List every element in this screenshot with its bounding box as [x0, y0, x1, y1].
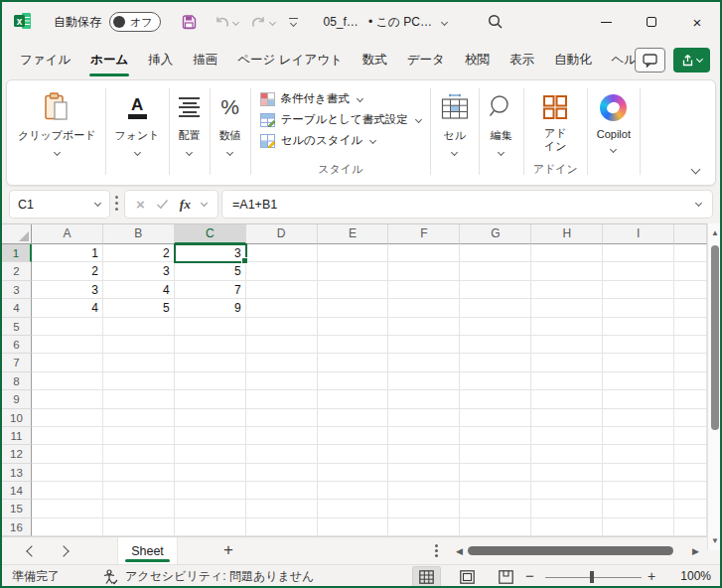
ribbon-group-addins[interactable]: アド イン アドイン — [524, 80, 587, 185]
cell-B6[interactable] — [103, 336, 175, 354]
cell-A1[interactable]: 1 — [32, 244, 103, 262]
cell-I8[interactable] — [603, 372, 674, 390]
cell-D13[interactable] — [246, 464, 318, 482]
fx-dropdown-icon[interactable] — [201, 200, 208, 207]
vertical-scrollbar-thumb[interactable] — [711, 245, 719, 430]
cell-H1[interactable] — [531, 244, 603, 262]
cell-A4[interactable]: 4 — [32, 299, 103, 317]
cell-C1[interactable]: 3 — [175, 244, 246, 262]
cell-B4[interactable]: 5 — [103, 299, 175, 317]
cell-F12[interactable] — [388, 445, 460, 463]
cell-C16[interactable] — [175, 518, 246, 536]
cell-G5[interactable] — [460, 318, 531, 336]
row-header-2[interactable]: 2 — [2, 262, 32, 280]
cell-H16[interactable] — [531, 518, 603, 536]
zoom-slider-handle[interactable] — [590, 571, 594, 583]
cell-G6[interactable] — [460, 336, 531, 354]
cell-E14[interactable] — [318, 482, 389, 500]
cell-B14[interactable] — [103, 482, 175, 500]
new-sheet-button[interactable]: + — [219, 537, 237, 564]
normal-view-button[interactable] — [413, 567, 440, 587]
cell-I11[interactable] — [603, 427, 674, 445]
column-header-H[interactable]: H — [531, 224, 603, 244]
row-header-11[interactable]: 11 — [2, 427, 32, 445]
cell-H3[interactable] — [531, 281, 603, 299]
cell-D16[interactable] — [246, 518, 318, 536]
ribbon-tab-8[interactable]: 校閲 — [455, 42, 500, 79]
previous-sheet-button[interactable] — [26, 545, 37, 556]
cell-A9[interactable] — [32, 390, 103, 408]
cell-B3[interactable]: 4 — [103, 281, 175, 299]
cell-I1[interactable] — [603, 244, 674, 262]
row-header-5[interactable]: 5 — [2, 318, 32, 336]
cell-I7[interactable] — [603, 354, 674, 371]
cell-E7[interactable] — [318, 354, 389, 371]
column-header-A[interactable]: A — [32, 224, 103, 244]
cell-D9[interactable] — [246, 390, 318, 408]
cell-I6[interactable] — [603, 336, 674, 354]
cell-H6[interactable] — [531, 336, 603, 354]
cell-D4[interactable] — [246, 299, 318, 317]
save-button[interactable] — [181, 14, 198, 31]
zoom-level[interactable]: 100% — [665, 565, 711, 588]
cell-A16[interactable] — [32, 518, 103, 536]
cell-partial-2[interactable] — [674, 262, 707, 280]
cell-H8[interactable] — [531, 372, 603, 390]
cell-H4[interactable] — [531, 299, 603, 317]
cell-E5[interactable] — [318, 318, 389, 336]
cell-E1[interactable] — [318, 244, 389, 262]
ribbon-group-number[interactable]: % 数値 — [211, 80, 250, 185]
cell-D7[interactable] — [246, 354, 318, 371]
cell-D11[interactable] — [246, 427, 318, 445]
cell-A15[interactable] — [32, 500, 103, 517]
cell-C10[interactable] — [175, 409, 246, 427]
ribbon-tab-2[interactable]: ホーム — [80, 42, 138, 79]
cell-C12[interactable] — [175, 445, 246, 463]
vertical-scrollbar[interactable]: ▲ ▼ — [707, 223, 722, 550]
cell-C9[interactable] — [175, 390, 246, 408]
cell-I14[interactable] — [603, 482, 674, 500]
customize-quick-access-button[interactable] — [289, 18, 298, 26]
cell-C4[interactable]: 9 — [175, 299, 246, 317]
cell-partial-10[interactable] — [674, 409, 707, 427]
ribbon-tab-1[interactable]: ファイル — [10, 42, 80, 79]
formula-bar-gripper[interactable] — [115, 196, 118, 199]
ribbon-group-alignment[interactable]: 配置 — [170, 80, 210, 185]
cell-C7[interactable] — [175, 354, 246, 371]
row-header-8[interactable]: 8 — [2, 372, 32, 390]
cell-H14[interactable] — [531, 482, 603, 500]
cell-partial-11[interactable] — [674, 427, 707, 445]
column-header-partial[interactable] — [674, 224, 707, 244]
cell-A11[interactable] — [32, 427, 103, 445]
cell-D2[interactable] — [246, 262, 318, 280]
cell-C15[interactable] — [175, 500, 246, 517]
cell-partial-13[interactable] — [674, 464, 707, 482]
cell-E10[interactable] — [318, 409, 389, 427]
cell-H5[interactable] — [531, 318, 603, 336]
ribbon-tab-7[interactable]: データ — [397, 42, 455, 79]
cell-C13[interactable] — [175, 464, 246, 482]
cell-partial-15[interactable] — [674, 500, 707, 517]
redo-button[interactable] — [250, 15, 275, 30]
cell-partial-3[interactable] — [674, 281, 707, 299]
cell-G1[interactable] — [460, 244, 531, 262]
cell-partial-9[interactable] — [674, 390, 707, 408]
cell-E4[interactable] — [318, 299, 389, 317]
cell-H9[interactable] — [531, 390, 603, 408]
cell-A12[interactable] — [32, 445, 103, 463]
document-title[interactable]: 05_f… — [324, 15, 359, 29]
row-header-15[interactable]: 15 — [2, 500, 32, 517]
cell-A13[interactable] — [32, 464, 103, 482]
cell-E13[interactable] — [318, 464, 389, 482]
cell-A14[interactable] — [32, 482, 103, 500]
cell-D3[interactable] — [246, 281, 318, 299]
zoom-in-button[interactable]: + — [648, 565, 655, 587]
cell-A5[interactable] — [32, 318, 103, 336]
cell-F14[interactable] — [388, 482, 460, 500]
cell-F15[interactable] — [388, 500, 460, 517]
cell-B10[interactable] — [103, 409, 175, 427]
row-header-10[interactable]: 10 — [2, 409, 32, 427]
cell-G16[interactable] — [460, 518, 531, 536]
select-all-corner[interactable] — [2, 224, 32, 244]
scroll-down-icon[interactable]: ▼ — [708, 536, 722, 545]
